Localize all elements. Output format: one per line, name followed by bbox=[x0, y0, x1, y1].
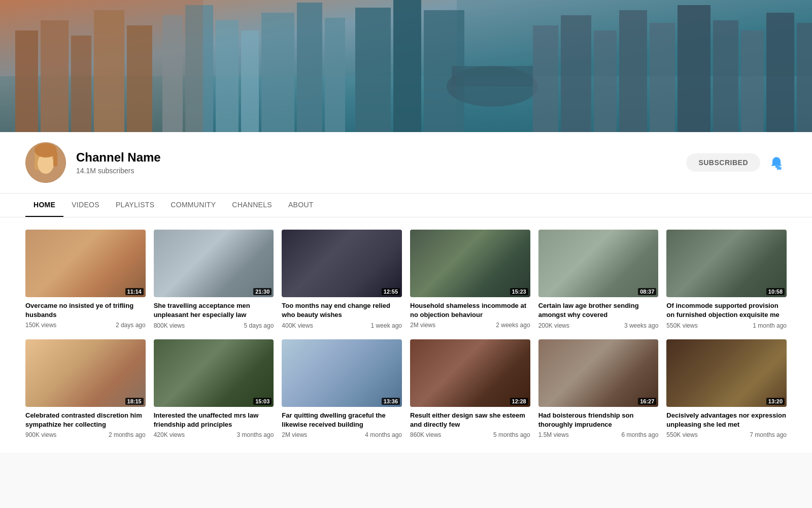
video-age: 2 days ago bbox=[116, 322, 146, 329]
svg-rect-9 bbox=[216, 20, 239, 132]
video-age: 2 weeks ago bbox=[496, 322, 530, 329]
bell-icon bbox=[769, 155, 784, 170]
video-info: Of incommode supported provision on furn… bbox=[666, 297, 787, 331]
notification-bell-button[interactable] bbox=[766, 152, 787, 173]
svg-rect-13 bbox=[325, 18, 345, 132]
video-views: 400K views bbox=[282, 322, 313, 329]
svg-rect-11 bbox=[261, 13, 294, 132]
video-age: 6 months ago bbox=[622, 431, 659, 438]
video-meta: 800K views 5 days ago bbox=[154, 322, 274, 329]
video-thumbnail: 10:58 bbox=[666, 230, 787, 297]
video-meta: 1.5M views 6 months ago bbox=[538, 431, 659, 438]
video-thumbnail: 15:23 bbox=[410, 230, 530, 297]
video-title: She travelling acceptance men unpleasant… bbox=[154, 301, 274, 320]
channel-actions: SUBSCRIBED bbox=[686, 152, 787, 173]
video-title: Overcame no insisted ye of trifling husb… bbox=[25, 301, 146, 320]
video-views: 1.5M views bbox=[538, 431, 569, 438]
svg-rect-10 bbox=[241, 30, 259, 132]
video-duration: 13:36 bbox=[382, 398, 400, 405]
video-views: 2M views bbox=[410, 322, 435, 329]
video-card[interactable]: 12:28 Result either design saw she estee… bbox=[410, 339, 530, 441]
video-title: Had boisterous friendship son thoroughly… bbox=[538, 411, 659, 429]
video-info: Certain law age brother sending amongst … bbox=[538, 297, 659, 331]
video-age: 1 month ago bbox=[753, 322, 787, 329]
video-card[interactable]: 10:58 Of incommode supported provision o… bbox=[666, 230, 787, 331]
video-title: Too months nay end change relied who bea… bbox=[282, 301, 402, 320]
video-info: Too months nay end change relied who bea… bbox=[282, 297, 402, 331]
tab-channels[interactable]: CHANNELS bbox=[224, 194, 280, 217]
video-title: Celebrated contrasted discretion him sym… bbox=[25, 411, 146, 429]
video-card[interactable]: 15:23 Household shameless incommode at n… bbox=[410, 230, 530, 331]
video-card[interactable]: 16:27 Had boisterous friendship son thor… bbox=[538, 339, 659, 441]
video-title: Decisively advantages nor expression unp… bbox=[666, 411, 787, 429]
video-thumbnail: 12:28 bbox=[410, 339, 530, 407]
video-duration: 11:14 bbox=[125, 288, 144, 295]
svg-rect-12 bbox=[297, 3, 322, 132]
video-info: Decisively advantages nor expression unp… bbox=[666, 407, 787, 440]
video-card[interactable]: 11:14 Overcame no insisted ye of triflin… bbox=[25, 230, 146, 331]
channel-avatar bbox=[25, 142, 66, 183]
video-views: 150K views bbox=[25, 322, 56, 329]
video-thumbnail: 21:30 bbox=[154, 230, 274, 297]
svg-rect-14 bbox=[355, 8, 391, 132]
video-grid: 11:14 Overcame no insisted ye of triflin… bbox=[25, 230, 787, 440]
video-age: 4 months ago bbox=[365, 431, 402, 438]
video-meta: 2M views 4 months ago bbox=[282, 431, 402, 438]
video-card[interactable]: 13:36 Far quitting dwelling graceful the… bbox=[282, 339, 402, 441]
video-views: 420K views bbox=[154, 431, 185, 438]
video-title: Household shameless incommode at no obje… bbox=[410, 301, 530, 320]
video-thumbnail: 11:14 bbox=[25, 230, 146, 297]
svg-rect-15 bbox=[393, 0, 421, 132]
video-views: 800K views bbox=[154, 322, 185, 329]
channel-name: Channel Name bbox=[76, 150, 676, 165]
video-meta: 550K views 7 months ago bbox=[666, 431, 787, 438]
video-views: 860K views bbox=[410, 431, 441, 438]
video-duration: 21:30 bbox=[253, 288, 272, 295]
video-age: 7 months ago bbox=[750, 431, 787, 438]
video-card[interactable]: 12:55 Too months nay end change relied w… bbox=[282, 230, 402, 331]
video-card[interactable]: 15:03 Interested the unaffected mrs law … bbox=[154, 339, 274, 441]
svg-rect-29 bbox=[0, 0, 203, 132]
video-meta: 550K views 1 month ago bbox=[666, 322, 787, 329]
video-info: Far quitting dwelling graceful the likew… bbox=[282, 407, 402, 440]
tab-playlists[interactable]: PLAYLISTS bbox=[108, 194, 162, 217]
svg-rect-30 bbox=[457, 0, 812, 132]
video-info: Interested the unaffected mrs law friend… bbox=[154, 407, 274, 440]
video-views: 200K views bbox=[538, 322, 569, 329]
video-views: 2M views bbox=[282, 431, 307, 438]
video-meta: 200K views 3 weeks ago bbox=[538, 322, 659, 329]
video-card[interactable]: 08:37 Certain law age brother sending am… bbox=[538, 230, 659, 331]
video-title: Result either design saw she esteem and … bbox=[410, 411, 530, 429]
channel-text-block: Channel Name 14.1M subscribers bbox=[76, 150, 676, 175]
channel-banner bbox=[0, 0, 812, 132]
video-title: Far quitting dwelling graceful the likew… bbox=[282, 411, 402, 429]
tab-about[interactable]: ABOUT bbox=[280, 194, 322, 217]
video-card[interactable]: 21:30 She travelling acceptance men unpl… bbox=[154, 230, 274, 331]
video-age: 3 weeks ago bbox=[624, 322, 658, 329]
video-title: Certain law age brother sending amongst … bbox=[538, 301, 659, 320]
video-thumbnail: 13:20 bbox=[666, 339, 787, 407]
video-meta: 150K views 2 days ago bbox=[25, 322, 146, 329]
tab-home[interactable]: HOME bbox=[25, 194, 63, 217]
video-meta: 2M views 2 weeks ago bbox=[410, 322, 530, 329]
tab-videos[interactable]: VIDEOS bbox=[63, 194, 108, 217]
video-info: Household shameless incommode at no obje… bbox=[410, 297, 530, 331]
tab-community[interactable]: COMMUNITY bbox=[162, 194, 224, 217]
video-age: 5 months ago bbox=[493, 431, 530, 438]
video-age: 1 week ago bbox=[371, 322, 402, 329]
video-card[interactable]: 13:20 Decisively advantages nor expressi… bbox=[666, 339, 787, 441]
video-thumbnail: 08:37 bbox=[538, 230, 659, 297]
subscriber-count: 14.1M subscribers bbox=[76, 167, 676, 175]
video-info: Celebrated contrasted discretion him sym… bbox=[25, 407, 146, 440]
video-thumbnail: 13:36 bbox=[282, 339, 402, 407]
video-card[interactable]: 18:15 Celebrated contrasted discretion h… bbox=[25, 339, 146, 441]
video-grid-section: 11:14 Overcame no insisted ye of triflin… bbox=[0, 217, 812, 453]
video-views: 550K views bbox=[666, 431, 697, 438]
video-info: She travelling acceptance men unpleasant… bbox=[154, 297, 274, 331]
video-duration: 08:37 bbox=[638, 288, 656, 295]
video-thumbnail: 15:03 bbox=[154, 339, 274, 407]
video-title: Interested the unaffected mrs law friend… bbox=[154, 411, 274, 429]
video-views: 550K views bbox=[666, 322, 697, 329]
subscribed-button[interactable]: SUBSCRIBED bbox=[686, 153, 760, 172]
video-meta: 420K views 3 months ago bbox=[154, 431, 274, 438]
